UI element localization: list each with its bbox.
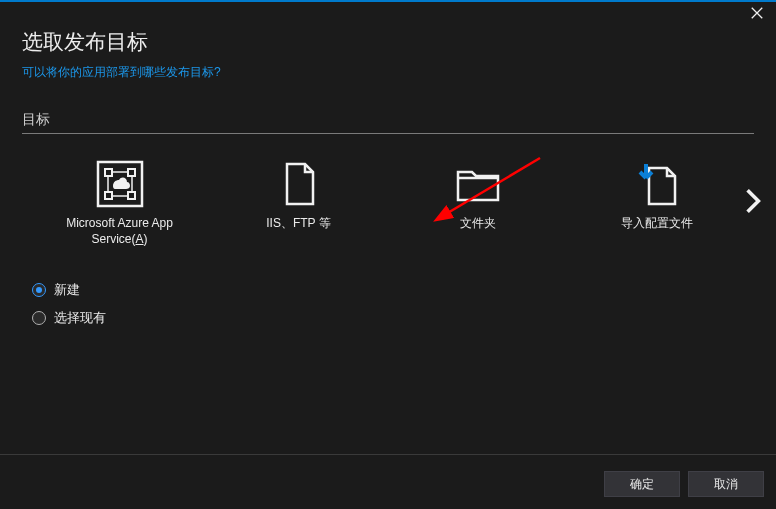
footer: 确定 取消 [604, 471, 764, 497]
radio-group: 新建 选择现有 [32, 281, 776, 327]
radio-icon [32, 283, 46, 297]
folder-icon [454, 160, 502, 208]
target-azure-app-service[interactable]: Microsoft Azure App Service(A) [42, 160, 197, 247]
header: 选取发布目标 可以将你的应用部署到哪些发布目标? [0, 2, 776, 81]
help-link[interactable]: 可以将你的应用部署到哪些发布目标? [22, 64, 221, 81]
page-title: 选取发布目标 [22, 28, 754, 56]
document-icon [275, 160, 323, 208]
ok-button[interactable]: 确定 [604, 471, 680, 497]
target-label: IIS、FTP 等 [266, 216, 330, 232]
cancel-button[interactable]: 取消 [688, 471, 764, 497]
svg-rect-2 [128, 169, 135, 176]
target-import-profile[interactable]: 导入配置文件 [579, 160, 734, 232]
divider [22, 133, 754, 134]
radio-label: 选择现有 [54, 309, 106, 327]
target-iis-ftp[interactable]: IIS、FTP 等 [221, 160, 376, 232]
close-icon[interactable] [750, 6, 766, 22]
target-label: 文件夹 [460, 216, 496, 232]
svg-rect-4 [128, 192, 135, 199]
chevron-right-icon[interactable] [744, 188, 762, 217]
target-label: 导入配置文件 [621, 216, 693, 232]
radio-select-existing[interactable]: 选择现有 [32, 309, 776, 327]
azure-app-service-icon [96, 160, 144, 208]
import-profile-icon [633, 160, 681, 208]
target-label: Microsoft Azure App Service(A) [66, 216, 173, 247]
targets-list: Microsoft Azure App Service(A) IIS、FTP 等 [22, 160, 754, 247]
radio-label: 新建 [54, 281, 80, 299]
svg-rect-1 [105, 169, 112, 176]
section-label: 目标 [22, 111, 754, 129]
svg-rect-3 [105, 192, 112, 199]
radio-create-new[interactable]: 新建 [32, 281, 776, 299]
radio-icon [32, 311, 46, 325]
footer-divider [0, 454, 776, 455]
target-folder[interactable]: 文件夹 [400, 160, 555, 232]
